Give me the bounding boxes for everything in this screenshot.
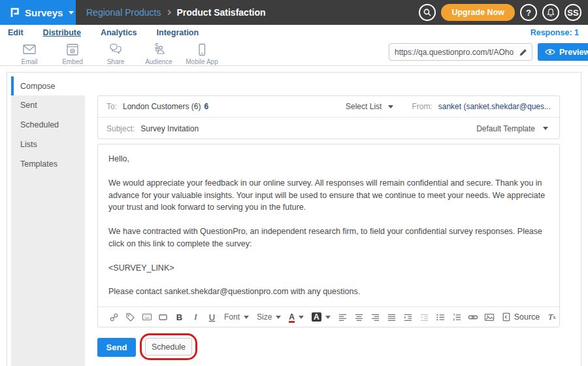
share-icon — [108, 42, 123, 57]
questionpro-logo-icon — [8, 7, 20, 18]
embed-icon — [65, 42, 80, 57]
search-button[interactable] — [419, 4, 436, 21]
breadcrumb: Regional Products Product Satisfaction — [86, 7, 266, 18]
bold-button[interactable]: B — [171, 309, 188, 325]
notifications-button[interactable] — [542, 4, 559, 21]
body-paragraph: We have contracted with QuestionPro, an … — [108, 225, 549, 250]
send-button[interactable]: Send — [97, 338, 136, 357]
from-sender[interactable]: sanket (sanket.shekdar@ques... — [438, 102, 551, 111]
numbered-list-button[interactable] — [449, 309, 465, 325]
merge-tag-button[interactable] — [122, 309, 139, 325]
email-icon — [22, 42, 37, 57]
bullet-list-icon — [436, 313, 446, 322]
survey-url-input[interactable] — [389, 48, 515, 57]
bell-icon — [546, 8, 555, 17]
link-icon — [468, 313, 478, 322]
insert-link-button[interactable] — [465, 309, 482, 325]
chevron-right-icon — [166, 10, 171, 15]
sidebar-item-compose[interactable]: Compose — [11, 76, 85, 95]
chevron-down-icon — [244, 316, 249, 319]
insert-button-element[interactable] — [155, 309, 171, 325]
to-label: To: — [106, 102, 117, 111]
channel-mobile-app[interactable]: Mobile App — [180, 42, 223, 65]
breadcrumb-folder[interactable]: Regional Products — [86, 7, 161, 18]
insert-survey-link-button[interactable] — [106, 309, 122, 325]
tab-distribute[interactable]: Distribute — [43, 28, 81, 37]
chevron-down-icon — [388, 105, 393, 108]
top-bar: Surveys Regional Products Product Satisf… — [0, 0, 588, 25]
email-body-editor: Hello, We would appreciate your feedback… — [97, 144, 560, 327]
font-size-dropdown[interactable]: Size — [253, 309, 285, 325]
body-paragraph: Hello, — [108, 153, 549, 165]
breadcrumb-survey-name: Product Satisfaction — [176, 7, 265, 18]
embed-data-button[interactable] — [139, 309, 155, 325]
remove-format-button[interactable]: Tx — [544, 309, 560, 325]
to-recipient-list[interactable]: London Customers (6) — [123, 102, 201, 111]
from-label: From: — [412, 102, 432, 111]
mobile-app-icon — [194, 42, 210, 57]
email-body-text[interactable]: Hello, We would appreciate your feedback… — [98, 144, 559, 307]
sidebar-item-scheduled[interactable]: Scheduled — [11, 115, 85, 135]
justify-button[interactable] — [384, 309, 400, 325]
sidebar-item-templates[interactable]: Templates — [11, 154, 85, 174]
italic-button[interactable]: I — [188, 309, 204, 325]
channel-audience[interactable]: $ Audience — [137, 42, 180, 65]
search-icon — [423, 8, 432, 17]
schedule-button[interactable]: Schedule — [145, 338, 192, 356]
chevron-down-icon — [325, 316, 331, 319]
subject-label: Subject: — [106, 124, 135, 133]
align-left-button[interactable] — [335, 309, 351, 325]
survey-url-box — [389, 43, 532, 61]
image-icon — [484, 313, 495, 322]
email-header-form: To: London Customers (6) 6 Select List F… — [97, 95, 560, 139]
insert-image-button[interactable] — [482, 309, 498, 325]
preview-button[interactable]: Preview — [538, 43, 588, 61]
tab-analytics[interactable]: Analytics — [101, 28, 137, 37]
body-paragraph: Please contact sanket.shekdar@questionpr… — [108, 286, 549, 298]
text-color-dropdown[interactable]: A — [285, 309, 308, 325]
rich-text-toolbar: B I U Font Size A A — [98, 307, 559, 327]
bullet-list-button[interactable] — [433, 309, 449, 325]
audience-icon: $ — [151, 42, 167, 57]
align-center-button[interactable] — [351, 309, 367, 325]
highlight-color-dropdown[interactable]: A — [308, 309, 335, 325]
product-switcher[interactable]: Surveys — [0, 0, 76, 25]
edit-url-button[interactable] — [515, 44, 532, 60]
distribute-email-panel: Compose Sent Scheduled Lists Templates T… — [7, 72, 581, 366]
chevron-down-icon — [276, 316, 281, 319]
select-list-dropdown[interactable]: Select List — [346, 102, 393, 111]
pencil-icon — [519, 48, 528, 57]
app-window: Surveys Regional Products Product Satisf… — [0, 0, 588, 366]
chevron-down-icon — [543, 127, 548, 130]
body-paragraph: We would appreciate your feedback in our… — [108, 177, 549, 214]
font-family-dropdown[interactable]: Font — [220, 309, 253, 325]
user-avatar[interactable]: SS — [564, 4, 581, 21]
upgrade-now-button[interactable]: Upgrade Now — [441, 4, 515, 21]
align-right-button[interactable] — [367, 309, 384, 325]
template-dropdown[interactable]: Default Template — [476, 124, 548, 133]
channel-embed[interactable]: Embed — [51, 42, 94, 65]
channel-share[interactable]: Share — [94, 42, 137, 65]
increase-indent-button[interactable] — [400, 309, 416, 325]
sidebar-item-lists[interactable]: Lists — [11, 135, 85, 154]
email-sidebar: Compose Sent Scheduled Lists Templates — [11, 76, 85, 366]
tab-integration[interactable]: Integration — [157, 28, 199, 37]
decrease-indent-button[interactable] — [416, 309, 433, 325]
sidebar-item-sent[interactable]: Sent — [11, 95, 85, 115]
keyboard-icon — [142, 312, 152, 322]
underline-button[interactable]: U — [204, 309, 220, 325]
topbar-actions: Upgrade Now ? SS — [419, 0, 581, 25]
channel-email[interactable]: Email — [8, 42, 51, 65]
subject-input[interactable]: Survey Invitation — [140, 124, 199, 133]
align-right-icon — [370, 313, 380, 322]
source-button[interactable]: Source — [498, 312, 544, 322]
help-button[interactable]: ? — [520, 4, 537, 21]
numbered-list-icon — [452, 313, 462, 322]
product-name: Surveys — [25, 7, 63, 18]
body-paragraph: <SURVEY_LINK> — [108, 262, 549, 274]
indent-icon — [403, 313, 413, 322]
schedule-highlight-annotation: Schedule — [140, 333, 197, 360]
subject-row: Subject: Survey Invitation Default Templ… — [98, 118, 559, 139]
outdent-icon — [419, 313, 429, 322]
tab-edit[interactable]: Edit — [8, 28, 24, 37]
